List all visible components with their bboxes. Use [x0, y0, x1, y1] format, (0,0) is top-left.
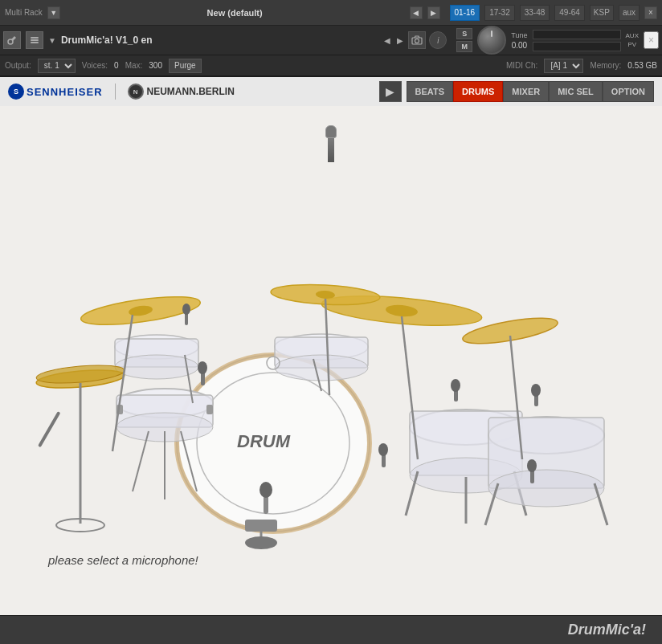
- range-17-32-btn[interactable]: 17-32: [484, 5, 515, 21]
- sennheiser-text: SENNHEISER: [27, 86, 103, 98]
- svg-rect-17: [206, 405, 213, 414]
- tab-micsel-btn[interactable]: MIC SEL: [549, 81, 603, 102]
- aux-pv-section: AUX PV: [626, 32, 639, 48]
- settings-icon: [29, 35, 40, 46]
- nav-tabs: ▶ BEATS DRUMS MIXER MIC SEL OPTION: [379, 81, 654, 102]
- range-ksp-btn[interactable]: KSP: [590, 5, 614, 21]
- tab-mixer-btn[interactable]: MIXER: [503, 81, 549, 102]
- neumann-badge-text: N: [133, 88, 138, 96]
- neumann-logo: N NEUMANN.BERLIN: [128, 84, 235, 100]
- range-33-48-btn[interactable]: 33-48: [520, 5, 550, 21]
- wrench-icon: [6, 35, 18, 46]
- instrument-name: DrumMic'a! V1_0 en: [61, 35, 379, 46]
- title-text: New (default): [65, 8, 405, 18]
- main-content: DRUM: [0, 106, 662, 615]
- instrument-header: ▼ DrumMic'a! V1_0 en ◀ ▶ i S M Tune 0.00: [0, 26, 662, 77]
- range-aux-btn[interactable]: aux: [619, 5, 640, 21]
- sm-buttons: S M: [456, 28, 472, 52]
- inst-dropdown-arrow[interactable]: ▼: [47, 35, 58, 47]
- svg-point-0: [8, 39, 13, 44]
- tab-drums-btn[interactable]: DRUMS: [453, 81, 503, 102]
- svg-rect-3: [31, 42, 39, 43]
- tune-knob[interactable]: [477, 26, 506, 55]
- sennheiser-badge-text: S: [14, 88, 18, 96]
- memory-value: 0.53 GB: [627, 61, 657, 70]
- footer: DrumMic'a!: [0, 615, 662, 644]
- max-label: Max:: [125, 61, 143, 70]
- knob-container: [477, 26, 506, 55]
- instrument-close-btn[interactable]: ×: [644, 31, 659, 49]
- brand-separator: [115, 84, 116, 100]
- top-bar: Multi Rack ▼ New (default) ◀ ▶ 01-16 17-…: [0, 0, 662, 26]
- drum-kit-svg: DRUM: [8, 154, 635, 572]
- purge-btn[interactable]: Purge: [169, 59, 202, 73]
- midi-label: MIDI Ch:: [506, 61, 537, 70]
- output-select[interactable]: st. 1: [38, 59, 76, 73]
- solo-btn[interactable]: S: [456, 28, 472, 39]
- svg-point-32: [488, 470, 604, 507]
- instrument-icon-btn[interactable]: [3, 31, 21, 49]
- tune-display: Tune 0.00: [511, 31, 527, 50]
- svg-rect-1: [31, 37, 39, 39]
- svg-line-53: [133, 431, 149, 491]
- select-mic-label: please select a microphone!: [48, 553, 198, 567]
- svg-point-63: [378, 443, 388, 456]
- tune-label: Tune: [511, 31, 527, 39]
- title-prev-btn[interactable]: ◀: [410, 6, 423, 19]
- tab-option-btn[interactable]: OPTION: [603, 81, 654, 102]
- sennheiser-logo: S SENNHEISER: [8, 84, 103, 100]
- inst-next-btn[interactable]: ▶: [395, 35, 405, 47]
- pv-label: PV: [627, 41, 636, 48]
- tab-beats-btn[interactable]: BEATS: [407, 81, 453, 102]
- svg-point-61: [182, 304, 190, 315]
- svg-point-12: [259, 482, 272, 498]
- play-btn[interactable]: ▶: [379, 81, 402, 102]
- title-dropdown-btn[interactable]: ▼: [47, 6, 60, 19]
- svg-point-69: [527, 459, 537, 472]
- level-meters: [533, 30, 621, 51]
- output-label: Output:: [5, 61, 31, 70]
- svg-rect-2: [31, 39, 39, 41]
- select-mic-text: please select a microphone!: [48, 553, 198, 567]
- svg-text:DRUM: DRUM: [237, 431, 291, 451]
- multirack-label: Multi Rack: [5, 8, 43, 17]
- mute-btn[interactable]: M: [456, 41, 472, 52]
- title-next-btn[interactable]: ▶: [427, 6, 440, 19]
- topbar-close-btn[interactable]: ×: [644, 6, 657, 19]
- aux-label: AUX: [626, 32, 639, 39]
- svg-point-67: [531, 384, 541, 397]
- level-meter-top: [533, 30, 621, 39]
- tab-group: BEATS DRUMS MIXER MIC SEL OPTION: [407, 81, 654, 102]
- max-value: 300: [149, 61, 162, 70]
- voices-label: Voices:: [82, 61, 108, 70]
- camera-btn[interactable]: [408, 31, 426, 49]
- inst-prev-btn[interactable]: ◀: [382, 35, 392, 47]
- footer-brand: DrumMic'a!: [568, 622, 646, 638]
- range-01-16-btn[interactable]: 01-16: [450, 5, 480, 21]
- memory-label: Memory:: [590, 61, 621, 70]
- neumann-badge: N: [128, 84, 144, 100]
- camera-icon: [411, 35, 423, 45]
- svg-point-23: [275, 355, 368, 381]
- neumann-text: NEUMANN.BERLIN: [147, 86, 235, 97]
- range-49-64-btn[interactable]: 49-64: [554, 5, 585, 21]
- voices-value: 0: [114, 61, 119, 70]
- sm-tune-section: S M Tune 0.00 AUX PV ×: [456, 26, 659, 55]
- sennheiser-badge: S: [8, 84, 24, 100]
- svg-rect-70: [38, 411, 60, 447]
- svg-point-52: [245, 536, 277, 549]
- midi-select[interactable]: [A] 1: [544, 59, 583, 73]
- svg-point-5: [415, 39, 419, 43]
- instrument-settings-btn[interactable]: [26, 31, 43, 49]
- tune-value: 0.00: [512, 41, 527, 50]
- brand-tab-bar: S SENNHEISER N NEUMANN.BERLIN ▶ BEATS DR…: [0, 77, 662, 106]
- level-meter-bottom: [533, 42, 621, 51]
- svg-point-65: [451, 379, 460, 392]
- svg-point-59: [198, 361, 207, 374]
- info-btn[interactable]: i: [429, 31, 447, 49]
